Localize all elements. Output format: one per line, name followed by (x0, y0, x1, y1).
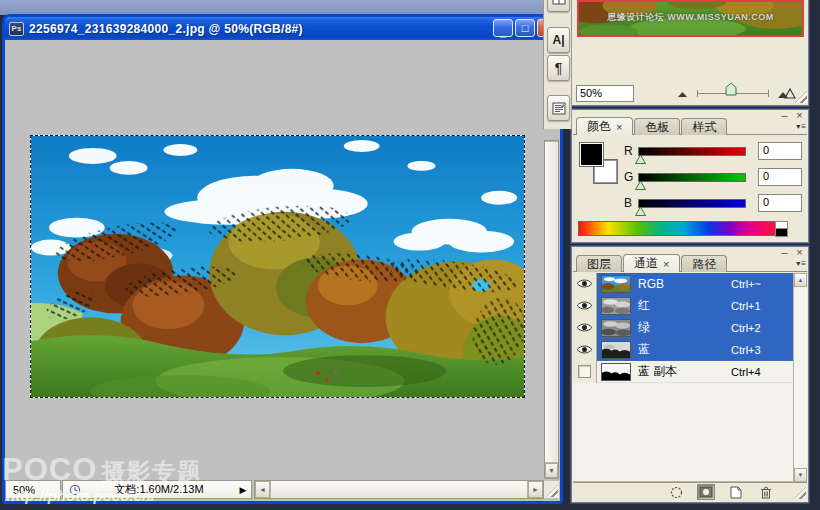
channel-list-scrollbar[interactable]: ▲ ▼ (793, 273, 807, 482)
paragraph-panel-icon: ¶ (555, 60, 563, 76)
document-window: Ps 2256974_231639284000_2.jpg @ 50%(RGB/… (2, 14, 563, 504)
tab-layers[interactable]: 图层 (576, 255, 622, 272)
vertical-scrollbar[interactable]: ▼ (544, 140, 559, 479)
channels-menu-button[interactable]: ▾ ≡ (796, 259, 806, 268)
red-value-field[interactable]: 0 (758, 142, 802, 160)
zoom-out-mountain-icon[interactable] (676, 89, 689, 98)
channels-panel-tabs: 图层 通道 × 路径 (576, 254, 727, 272)
zoom-in-mountains-icon[interactable] (777, 88, 796, 99)
scroll-right-arrow[interactable]: ► (528, 481, 543, 498)
channel-row-green[interactable]: 绿 Ctrl+2 (573, 317, 793, 339)
minimize-button[interactable]: _ (493, 19, 513, 37)
minimize-icon: _ (500, 27, 506, 37)
channel-thumbnail-green (601, 319, 631, 337)
image-canvas[interactable] (30, 135, 525, 398)
channels-resize-grip[interactable] (794, 487, 806, 499)
new-channel-button[interactable] (727, 484, 745, 500)
red-slider-row: R 0 (624, 141, 802, 161)
eye-icon (576, 344, 593, 355)
zoom-level-field[interactable]: 50% (5, 480, 61, 499)
trash-icon (760, 486, 772, 499)
white-swatch[interactable] (775, 221, 788, 229)
save-selection-as-channel-button[interactable] (697, 484, 715, 500)
info-panel-button[interactable] (547, 95, 570, 121)
channel-row-red[interactable]: 红 Ctrl+1 (573, 295, 793, 317)
channel-shortcut: Ctrl+~ (731, 278, 793, 290)
channels-minimize-button[interactable]: – (779, 248, 790, 258)
maximize-icon: □ (522, 23, 529, 33)
palette-well-icon (552, 0, 566, 5)
load-selection-button[interactable] (667, 484, 685, 500)
tab-channels-close-icon[interactable]: × (663, 258, 669, 270)
zoom-slider-thumb[interactable] (725, 83, 737, 96)
channel-row-rgb[interactable]: RGB Ctrl+~ (573, 273, 793, 295)
navigator-resize-grip[interactable] (795, 91, 807, 103)
channel-scroll-up[interactable]: ▲ (794, 273, 807, 287)
scroll-down-arrow[interactable]: ▼ (545, 463, 558, 478)
channel-row-blue[interactable]: 蓝 Ctrl+3 (573, 339, 793, 361)
tab-channels-label: 通道 (634, 255, 658, 272)
character-panel-button[interactable]: A| (547, 27, 570, 53)
red-slider-thumb[interactable] (635, 155, 646, 164)
visibility-cell[interactable] (573, 273, 597, 295)
tab-swatches[interactable]: 色板 (634, 118, 680, 135)
panel-menu-button[interactable]: ▾ ≡ (796, 122, 806, 131)
document-lines-icon (552, 102, 566, 115)
paragraph-panel-button[interactable]: ¶ (547, 55, 570, 81)
green-value-field[interactable]: 0 (758, 168, 802, 186)
status-bar: 50% 文档:1.60M/2.13M ▶ ◄ ► (5, 480, 544, 499)
black-swatch[interactable] (775, 229, 788, 237)
hscroll-thumb[interactable] (270, 481, 528, 498)
tab-channels[interactable]: 通道 × (623, 254, 680, 272)
zoom-level-value: 50% (13, 484, 35, 496)
character-panel-icon: A| (552, 33, 564, 47)
blue-slider-thumb[interactable] (635, 207, 646, 216)
status-expand-button[interactable]: ▶ (235, 482, 251, 497)
navigator-zoom-slider[interactable] (697, 93, 769, 94)
color-panel-body: R 0 G 0 B (572, 135, 808, 242)
vscroll-thumb[interactable] (545, 141, 558, 463)
color-panel: – × ▾ ≡ 颜色 × 色板 样式 R (571, 109, 809, 243)
navigator-thumbnail[interactable]: 思缘设计论坛 WWW.MISSYUAN.COM (577, 0, 804, 37)
maximize-button[interactable]: □ (515, 19, 535, 37)
channel-name: RGB (638, 277, 731, 291)
panel-close-button[interactable]: × (794, 111, 805, 121)
tab-layers-label: 图层 (587, 256, 611, 273)
blue-value-field[interactable]: 0 (758, 194, 802, 212)
tab-styles[interactable]: 样式 (681, 118, 727, 135)
panel-menu-arrow-icon: ▾ (796, 122, 800, 131)
horizontal-scrollbar[interactable]: ◄ ► (254, 480, 544, 499)
panel-minimize-button[interactable]: – (779, 111, 790, 121)
document-titlebar[interactable]: Ps 2256974_231639284000_2.jpg @ 50%(RGB/… (5, 17, 560, 40)
blue-slider-track[interactable] (638, 199, 746, 208)
navigator-zoom-field[interactable]: 50% (576, 85, 634, 102)
color-spectrum-ramp[interactable] (578, 221, 788, 236)
tab-close-icon[interactable]: × (616, 121, 622, 133)
green-slider-thumb[interactable] (635, 181, 646, 190)
window-resize-grip[interactable] (544, 481, 559, 498)
visibility-cell[interactable] (573, 361, 597, 383)
thumbnail-watermark-en: WWW.MISSYUAN.COM (667, 12, 774, 22)
tab-color[interactable]: 颜色 × (576, 117, 633, 135)
navigator-zoom-value: 50% (580, 87, 602, 99)
channels-close-button[interactable]: × (794, 248, 805, 258)
red-slider-track[interactable] (638, 147, 746, 156)
green-slider-track[interactable] (638, 173, 746, 182)
canvas-workspace: 50% 文档:1.60M/2.13M ▶ ◄ ► ▼ (5, 40, 560, 501)
spectrum-end-swatches (775, 221, 788, 236)
blue-slider-row: B 0 (624, 193, 802, 213)
delete-channel-button[interactable] (757, 484, 775, 500)
visibility-cell[interactable] (573, 339, 597, 361)
palette-button-clipped[interactable] (547, 0, 570, 12)
scroll-left-arrow[interactable]: ◄ (255, 481, 270, 498)
visibility-cell[interactable] (573, 295, 597, 317)
eye-icon (576, 322, 593, 333)
channel-row-blue-copy[interactable]: 蓝 副本 Ctrl+4 (573, 361, 793, 383)
document-size-info: 文档:1.60M/2.13M (83, 482, 235, 497)
channel-list: RGB Ctrl+~ 红 (573, 273, 793, 482)
foreground-color-swatch[interactable] (580, 143, 603, 166)
tab-paths[interactable]: 路径 (681, 255, 727, 272)
visibility-cell[interactable] (573, 317, 597, 339)
channel-name: 蓝 副本 (638, 363, 731, 380)
channel-scroll-down[interactable]: ▼ (794, 468, 807, 482)
